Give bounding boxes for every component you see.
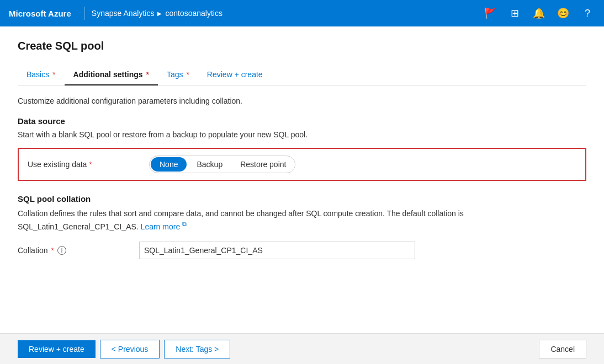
toggle-backup[interactable]: Backup (188, 157, 231, 172)
cancel-button[interactable]: Cancel (539, 340, 586, 358)
collation-title: SQL pool collation (18, 194, 586, 204)
feedback-icon[interactable]: 🚩 (483, 6, 498, 21)
toggle-none[interactable]: None (151, 157, 187, 172)
use-existing-data-row: Use existing data * None Backup Restore … (18, 148, 586, 181)
azure-brand: Microsoft Azure (9, 9, 71, 18)
top-navigation-bar: Microsoft Azure Synapse Analytics ▶ cont… (0, 0, 604, 26)
data-source-section: Data source Start with a blank SQL pool … (18, 116, 586, 181)
notifications-icon[interactable]: 🔔 (531, 6, 547, 21)
use-existing-data-label: Use existing data * (28, 160, 149, 169)
toggle-restore-point[interactable]: Restore point (231, 157, 295, 172)
collation-label: Collation * i (18, 246, 139, 255)
breadcrumb: Synapse Analytics ▶ contosoanalytics (92, 9, 222, 18)
collation-section: SQL pool collation Collation defines the… (18, 194, 586, 259)
collation-description: Collation defines the rules that sort an… (18, 208, 586, 233)
data-source-toggle-group: None Backup Restore point (149, 156, 295, 173)
account-icon[interactable]: 😊 (555, 6, 571, 21)
breadcrumb-service[interactable]: Synapse Analytics (92, 9, 155, 18)
collation-form-row: Collation * i (18, 242, 586, 259)
tab-basics[interactable]: Basics * (18, 66, 65, 85)
data-source-title: Data source (18, 116, 586, 126)
help-icon[interactable]: ? (580, 6, 595, 21)
tab-additional-settings[interactable]: Additional settings * (65, 66, 158, 85)
breadcrumb-chevron-icon: ▶ (157, 10, 162, 17)
next-tags-button[interactable]: Next: Tags > (164, 340, 230, 358)
footer-actions: Review + create < Previous Next: Tags > … (0, 333, 604, 364)
collation-input[interactable] (139, 242, 415, 259)
tab-tags[interactable]: Tags * (158, 66, 198, 85)
topbar-actions: 🚩 ⊞ 🔔 😊 ? (483, 6, 595, 21)
collation-info-icon[interactable]: i (57, 246, 66, 255)
breadcrumb-resource: contosoanalytics (165, 9, 222, 18)
review-create-button[interactable]: Review + create (18, 340, 96, 358)
topbar-divider (84, 7, 85, 20)
data-source-description: Start with a blank SQL pool or restore f… (18, 130, 586, 139)
tab-bar: Basics * Additional settings * Tags * Re… (18, 66, 586, 85)
tab-review-create[interactable]: Review + create (198, 66, 272, 85)
content-description: Customize additional configuration param… (18, 97, 586, 105)
main-content: Create SQL pool Basics * Additional sett… (0, 26, 604, 364)
portal-menu-icon[interactable]: ⊞ (507, 6, 522, 21)
external-link-icon: ⧉ (182, 221, 187, 227)
previous-button[interactable]: < Previous (100, 340, 160, 358)
page-title: Create SQL pool (18, 40, 586, 52)
learn-more-link[interactable]: Learn more ⧉ (141, 222, 187, 231)
